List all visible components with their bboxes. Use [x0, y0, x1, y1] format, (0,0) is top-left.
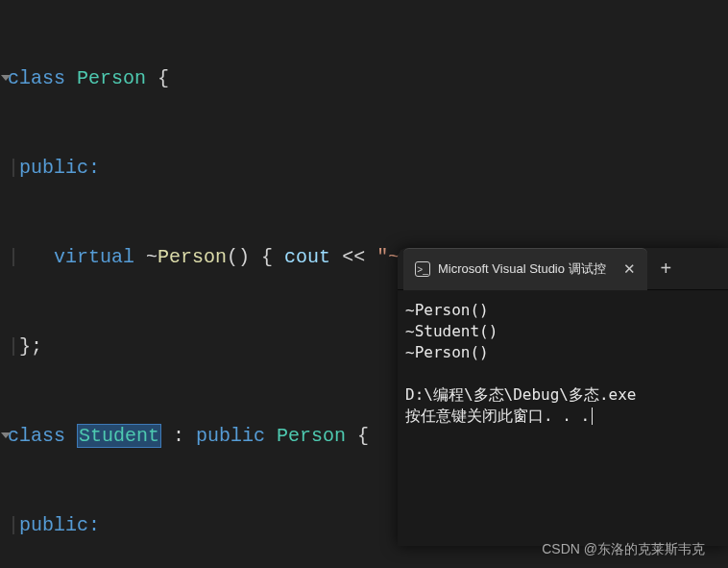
new-tab-button[interactable]: + — [647, 258, 686, 280]
output-line: ~Person() — [405, 301, 489, 319]
type-name-highlighted: Student — [77, 424, 161, 448]
keyword-class: class — [8, 425, 65, 447]
cursor — [592, 407, 593, 425]
code-line[interactable]: |public: — [0, 153, 728, 183]
output-line: ~Person() — [405, 343, 489, 361]
code-line[interactable]: class Person { — [0, 63, 728, 93]
destructor: Person — [158, 246, 227, 268]
debug-console-window: >_ Microsoft Visual Studio 调试控 ✕ + ~Pers… — [398, 248, 728, 546]
keyword-public: public: — [19, 514, 100, 536]
keyword-public: public: — [19, 157, 100, 179]
terminal-icon: >_ — [415, 261, 430, 277]
close-icon[interactable]: ✕ — [623, 260, 636, 278]
watermark: CSDN @东洛的克莱斯韦克 — [542, 541, 705, 558]
terminal-tabbar: >_ Microsoft Visual Studio 调试控 ✕ + — [398, 248, 728, 290]
keyword-virtual: virtual — [54, 246, 134, 268]
terminal-tab-title: Microsoft Visual Studio 调试控 — [438, 260, 606, 278]
keyword-class: class — [8, 67, 65, 89]
type-name: Person — [77, 67, 146, 89]
output-path: D:\编程\多态\Debug\多态.exe — [405, 385, 637, 404]
terminal-output[interactable]: ~Person() ~Student() ~Person() D:\编程\多态\… — [398, 290, 728, 436]
output-prompt: 按任意键关闭此窗口. . . — [405, 407, 590, 425]
terminal-tab[interactable]: >_ Microsoft Visual Studio 调试控 ✕ — [403, 248, 647, 290]
output-line: ~Student() — [405, 322, 497, 340]
